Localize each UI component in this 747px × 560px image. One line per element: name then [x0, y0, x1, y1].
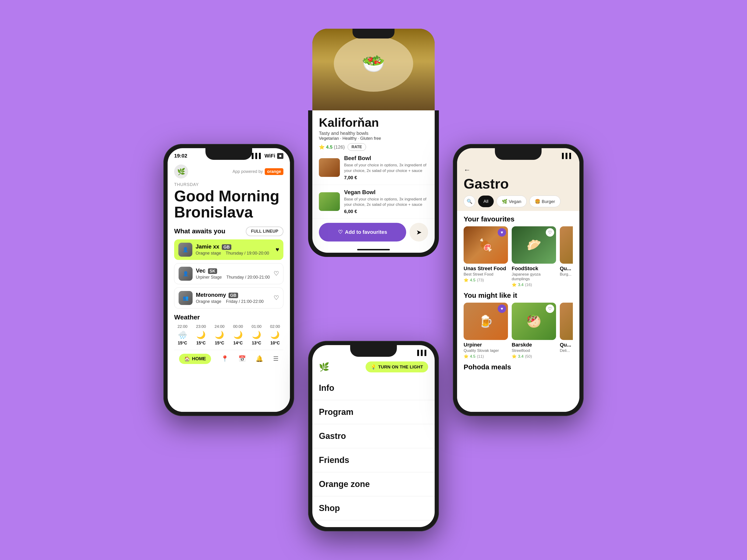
vegan-bowl-image — [319, 192, 340, 211]
turn-on-light-button[interactable]: 💡 TURN ON THE LIGHT — [365, 362, 428, 372]
heart-fav-icon: ♡ — [338, 229, 343, 235]
card-unas[interactable]: 🍖 ♥ Unas Street Food Best Street Food ⭐ … — [464, 226, 508, 287]
weather-icon-moon-1: 🌙 — [192, 330, 209, 339]
artist-avatar-3: 👥 — [179, 291, 192, 305]
artist-name-1: Jamie xx GB — [196, 243, 273, 250]
powered-by: App powered by orange — [232, 168, 283, 175]
app-logo: 🌿 — [174, 164, 188, 179]
filter-all-button[interactable]: All — [478, 195, 494, 207]
foodstock-image: 🥟 ♡ — [512, 226, 556, 264]
barskde-heart-icon[interactable]: ♡ — [546, 304, 554, 313]
weather-icon-moon-2: 🌙 — [211, 330, 228, 339]
filter-vegan-button[interactable]: 🌿 Vegan — [496, 195, 526, 207]
artist-row-2[interactable]: 👤 Vec SK Urpiner Stage Thursday / 20:00-… — [174, 263, 283, 284]
urpiner-rating: ⭐ 4.5 (11) — [464, 354, 508, 359]
menu-item-shop[interactable]: Shop — [312, 496, 435, 520]
signal-icon: ▌▌▌ — [252, 153, 263, 159]
artist-flag-2: SK — [208, 268, 217, 274]
foodstock-heart-icon[interactable]: ♡ — [546, 228, 554, 237]
beef-bowl-info: Beef Bowl Base of your choice in options… — [344, 155, 428, 180]
menu-item-friends[interactable]: Friends — [312, 448, 435, 472]
urpiner-heart-icon[interactable]: ♥ — [498, 304, 506, 313]
menu-item-orange-zone[interactable]: Orange zone — [312, 472, 435, 496]
phone-restaurant: 🥗 Kaliforňan Tasty and healthy bowls Veg… — [308, 29, 439, 257]
signal-icon-4: ▌▌▌ — [562, 153, 573, 159]
menu-item-info[interactable]: Info — [312, 376, 435, 400]
greeting: Good MorningBronislava — [174, 188, 283, 220]
phone-notch-4 — [495, 148, 542, 160]
gastro-title: Gastro — [464, 176, 573, 195]
share-icon: ➤ — [416, 229, 421, 236]
restaurant-name: Kaliforňan — [319, 116, 428, 129]
bell-nav-button[interactable]: 🔔 — [256, 355, 263, 363]
add-to-favourites-button[interactable]: ♡ Add to favourites — [319, 223, 406, 241]
artist-info-2: Vec SK Urpiner Stage Thursday / 20:00-21… — [196, 267, 270, 280]
burger-icon: 🍔 — [535, 199, 540, 204]
weather-section: Weather 22:00 🌧️ 15°C 23:00 🌙 15°C 24:00 — [174, 314, 283, 346]
section-title: What awaits you — [174, 228, 225, 235]
urpiner-sub: Quality Slovak lager — [464, 348, 508, 353]
hamburger-icon: ☰ — [273, 355, 279, 363]
might-third-name: Qu... — [560, 342, 573, 348]
artist-row-3[interactable]: 👥 Metronomy GB Oragne stage Friday / 21:… — [174, 288, 283, 309]
filter-row: 🔍 All 🌿 Vegan 🍔 Burger — [464, 195, 573, 211]
card-might-third[interactable]: 🍱 ♡ Qu... Deli... — [560, 303, 573, 359]
restaurant-info: Kaliforňan Tasty and healthy bowls Veget… — [312, 110, 435, 151]
artist-stage-2: Urpiner Stage Thursday / 20:00-21:00 — [196, 275, 270, 280]
vegan-icon: 🌿 — [502, 199, 508, 204]
weather-icon-moon-4: 🌙 — [248, 330, 265, 339]
day-label: THURSDAY — [174, 182, 283, 187]
menu-item-gastro[interactable]: Gastro — [312, 424, 435, 448]
home-nav-button[interactable]: 🏠 HOME — [179, 354, 211, 364]
menu-item-profile[interactable]: My profile — [312, 520, 435, 527]
weather-row: 22:00 🌧️ 15°C 23:00 🌙 15°C 24:00 🌙 15°C — [174, 324, 283, 346]
center-column: 🥗 Kaliforňan Tasty and healthy bowls Veg… — [308, 29, 439, 531]
menu-item-program[interactable]: Program — [312, 400, 435, 424]
card-barskde[interactable]: 🥙 ♡ Barskde Streetfood ⭐ 3.4 (50) — [512, 303, 556, 359]
card-third[interactable]: 🍔 ♡ Qu... Burg... — [560, 226, 573, 287]
third-sub: Burg... — [560, 272, 573, 277]
weather-title: Weather — [174, 314, 283, 321]
home-icon: 🏠 — [184, 356, 190, 362]
back-button[interactable]: ← — [464, 166, 573, 176]
card-foodstock[interactable]: 🥟 ♡ FoodStock Japanese gyoza dumplings ⭐… — [512, 226, 556, 287]
rate-button[interactable]: RATE — [347, 143, 366, 151]
status-icons-3: ▌▌▌ — [417, 350, 428, 356]
search-icon: 🔍 — [467, 198, 472, 204]
favourites-section-title: Your favourites — [464, 215, 573, 223]
heart-icon-1[interactable]: ♥ — [276, 246, 279, 253]
map-nav-button[interactable]: 📍 — [221, 355, 229, 363]
barskde-sub: Streetfood — [512, 348, 556, 353]
weather-icon-moon-5: 🌙 — [267, 330, 283, 339]
card-urpiner[interactable]: 🍺 ♥ Urpiner Quality Slovak lager ⭐ 4.5 (… — [464, 303, 508, 359]
share-button[interactable]: ➤ — [409, 223, 428, 241]
unas-heart-icon[interactable]: ♥ — [498, 228, 506, 237]
heart-icon-3[interactable]: ♡ — [274, 294, 279, 301]
artist-stage-1: Oragne stage Thursday / 19:00-20:00 — [196, 251, 273, 256]
search-filter-button[interactable]: 🔍 — [464, 195, 475, 207]
food-image: 🥗 — [312, 29, 435, 110]
menu-list: Info Program Gastro Friends Orange zone … — [312, 376, 435, 527]
unas-star-icon: ⭐ — [464, 278, 468, 283]
urpiner-name: Urpiner — [464, 342, 508, 348]
menu-logo: 🌿 — [319, 362, 329, 372]
phone-gastro: ▌▌▌ ← Gastro 🔍 All 🌿 Vegan 🍔 Burger — [453, 144, 584, 416]
signal-icon-3: ▌▌▌ — [417, 350, 428, 356]
heart-icon-2[interactable]: ♡ — [274, 270, 279, 277]
artist-row-1[interactable]: 👤 Jamie xx GB Oragne stage Thursday / 19… — [174, 239, 283, 260]
menu-content: 🌿 💡 TURN ON THE LIGHT Info Program Gastr… — [312, 359, 435, 527]
full-lineup-button[interactable]: FULL LINEUP — [246, 226, 283, 236]
menu-item-vegan[interactable]: Vegan Bowl Base of your choice in option… — [312, 185, 435, 219]
foodstock-sub: Japanese gyoza dumplings — [512, 272, 556, 282]
calendar-nav-button[interactable]: 📅 — [238, 355, 246, 363]
battery-icon: ■ — [277, 153, 283, 159]
time: 19:02 — [174, 153, 187, 159]
beef-bowl-image — [319, 158, 340, 177]
favourites-cards: 🍖 ♥ Unas Street Food Best Street Food ⭐ … — [464, 226, 573, 287]
app-header: 🌿 App powered by orange — [174, 162, 283, 182]
might-like-title: You might like it — [464, 291, 573, 299]
menu-item-beef[interactable]: Beef Bowl Base of your choice in options… — [312, 151, 435, 185]
menu-nav-button[interactable]: ☰ — [273, 355, 279, 363]
pohoda-title: Pohoda meals — [464, 363, 573, 371]
filter-burger-button[interactable]: 🍔 Burger — [530, 195, 560, 207]
